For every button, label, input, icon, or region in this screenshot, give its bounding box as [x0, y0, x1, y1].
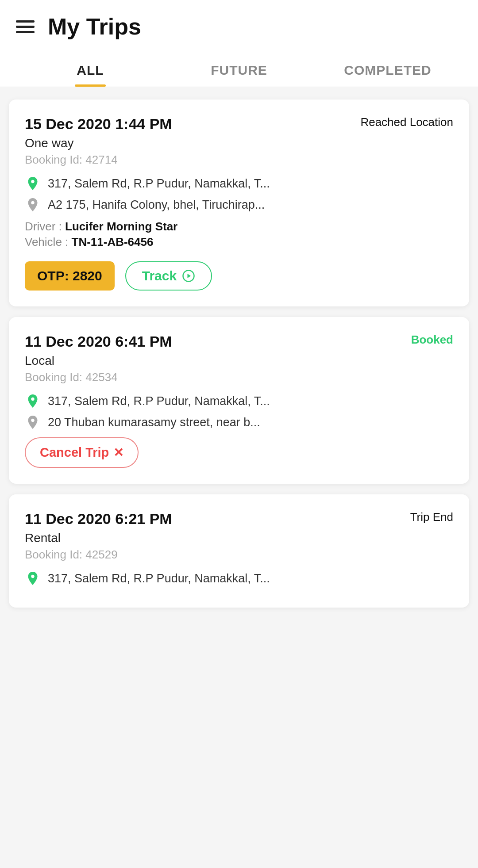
page-title: My Trips [48, 13, 141, 40]
pickup-text-2: 317, Salem Rd, R.P Pudur, Namakkal, T... [48, 394, 270, 408]
trip-status-2: Booked [411, 333, 453, 347]
trip-status-1: Reached Location [360, 115, 453, 129]
pickup-row-3: 317, Salem Rd, R.P Pudur, Namakkal, T... [25, 570, 453, 586]
otp-badge-1: OTP: 2820 [25, 261, 115, 291]
pickup-row-1: 317, Salem Rd, R.P Pudur, Namakkal, T... [25, 176, 453, 191]
pickup-text-1: 317, Salem Rd, R.P Pudur, Namakkal, T... [48, 177, 270, 191]
dropoff-row-2: 20 Thuban kumarasamy street, near b... [25, 414, 453, 430]
tab-bar: ALL FUTURE COMPLETED [16, 52, 462, 87]
pickup-icon-2 [25, 393, 41, 409]
tab-all[interactable]: ALL [16, 52, 165, 87]
booking-id-1: Booking Id: 42714 [25, 153, 453, 167]
dropoff-icon-2 [25, 414, 41, 430]
dropoff-row-1: A2 175, Hanifa Colony, bhel, Tiruchirap.… [25, 197, 453, 213]
vehicle-info-1: Vehicle : TN-11-AB-6456 [25, 235, 453, 249]
track-label-1: Track [142, 268, 177, 283]
dropoff-icon-1 [25, 197, 41, 213]
trip-datetime-3: 11 Dec 2020 6:21 PM [25, 510, 172, 528]
pickup-icon-1 [25, 176, 41, 191]
trip-type-2: Local [25, 354, 453, 368]
trip-header-3: 11 Dec 2020 6:21 PM Trip End [25, 510, 453, 528]
dropoff-text-1: A2 175, Hanifa Colony, bhel, Tiruchirap.… [48, 198, 265, 212]
trip-type-1: One way [25, 136, 453, 150]
trip-header-2: 11 Dec 2020 6:41 PM Booked [25, 333, 453, 350]
app-header: My Trips ALL FUTURE COMPLETED [0, 0, 478, 87]
dropoff-text-2: 20 Thuban kumarasamy street, near b... [48, 416, 260, 429]
trip-actions-1: OTP: 2820 Track [25, 261, 453, 291]
hamburger-menu[interactable] [16, 20, 35, 33]
cancel-x-icon-2: ✕ [113, 445, 123, 460]
track-button-1[interactable]: Track [125, 261, 212, 291]
pickup-row-2: 317, Salem Rd, R.P Pudur, Namakkal, T... [25, 393, 453, 409]
trip-datetime-1: 15 Dec 2020 1:44 PM [25, 115, 172, 133]
cancel-label-2: Cancel Trip [40, 445, 109, 460]
cancel-trip-button-2[interactable]: Cancel Trip ✕ [25, 437, 139, 468]
booking-id-3: Booking Id: 42529 [25, 548, 453, 562]
trip-card-3: 11 Dec 2020 6:21 PM Trip End Rental Book… [9, 494, 469, 608]
trip-card-2: 11 Dec 2020 6:41 PM Booked Local Booking… [9, 317, 469, 484]
trip-type-3: Rental [25, 531, 453, 545]
trip-datetime-2: 11 Dec 2020 6:41 PM [25, 333, 172, 350]
track-icon-1 [182, 269, 195, 283]
trip-header-1: 15 Dec 2020 1:44 PM Reached Location [25, 115, 453, 133]
trips-list: 15 Dec 2020 1:44 PM Reached Location One… [0, 87, 478, 620]
booking-id-2: Booking Id: 42534 [25, 371, 453, 384]
tab-future[interactable]: FUTURE [165, 52, 313, 87]
header-top: My Trips [16, 13, 462, 52]
pickup-icon-3 [25, 570, 41, 586]
tab-completed[interactable]: COMPLETED [313, 52, 462, 87]
trip-card-1: 15 Dec 2020 1:44 PM Reached Location One… [9, 99, 469, 306]
driver-info-1: Driver : Lucifer Morning Star [25, 220, 453, 233]
pickup-text-3: 317, Salem Rd, R.P Pudur, Namakkal, T... [48, 572, 270, 585]
trip-status-3: Trip End [410, 510, 453, 524]
